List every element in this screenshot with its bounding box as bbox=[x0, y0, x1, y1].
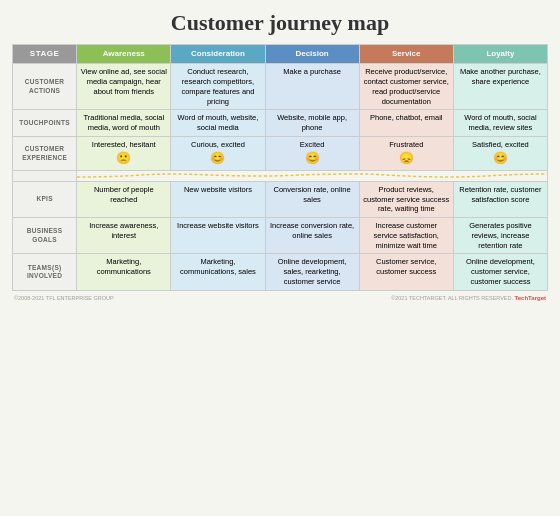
decision-emoji: 😊 bbox=[269, 151, 356, 167]
ca-decision: Make a purchase bbox=[265, 64, 359, 110]
bg-consideration: Increase website visitors bbox=[171, 218, 265, 254]
kpis-label: KPIS bbox=[13, 181, 77, 217]
teams-row: TEAMS(S) INVOLVED Marketing, communicati… bbox=[13, 254, 548, 290]
cx-decision: Excited 😊 bbox=[265, 136, 359, 170]
bg-service: Increase customer service satisfaction, … bbox=[359, 218, 453, 254]
cx-service: Frustrated 😞 bbox=[359, 136, 453, 170]
cx-service-text: Frustrated bbox=[389, 140, 423, 149]
teams-consideration: Marketing, communications, sales bbox=[171, 254, 265, 290]
service-emoji: 😞 bbox=[363, 151, 450, 167]
bg-label: BUSINESS GOALS bbox=[13, 218, 77, 254]
cx-consideration-text: Curious, excited bbox=[191, 140, 245, 149]
tp-awareness: Traditional media, social media, word of… bbox=[77, 110, 171, 137]
loyalty-emoji: 😊 bbox=[457, 151, 544, 167]
footer-copyright: ©2021 TECHTARGET. ALL RIGHTS RESERVED. bbox=[391, 295, 513, 301]
table-wrapper: STAGE Awareness Consideration Decision S… bbox=[12, 44, 548, 291]
journey-line-svg bbox=[77, 173, 547, 178]
cx-awareness-text: Interested, hesitant bbox=[92, 140, 156, 149]
bg-loyalty: Generates positive reviews, increase ret… bbox=[453, 218, 547, 254]
stage-header: STAGE bbox=[13, 45, 77, 64]
footer-right: ©2021 TECHTARGET. ALL RIGHTS RESERVED. T… bbox=[391, 295, 546, 301]
kpis-service: Product reviews, customer service succes… bbox=[359, 181, 453, 217]
consideration-emoji: 😊 bbox=[174, 151, 261, 167]
kpis-loyalty: Retention rate, customer satisfaction sc… bbox=[453, 181, 547, 217]
cx-loyalty: Satisfied, excited 😊 bbox=[453, 136, 547, 170]
journey-line-cells bbox=[77, 171, 548, 182]
bg-awareness: Increase awareness, interest bbox=[77, 218, 171, 254]
bg-decision: Increase conversion rate, online sales bbox=[265, 218, 359, 254]
journey-map-table: STAGE Awareness Consideration Decision S… bbox=[12, 44, 548, 291]
header-row: STAGE Awareness Consideration Decision S… bbox=[13, 45, 548, 64]
touchpoints-row: TOUCHPOINTS Traditional media, social me… bbox=[13, 110, 548, 137]
teams-decision: Online development, sales, rearketing, c… bbox=[265, 254, 359, 290]
teams-awareness: Marketing, communications bbox=[77, 254, 171, 290]
ca-loyalty: Make another purchase, share experience bbox=[453, 64, 547, 110]
journey-line-row bbox=[13, 171, 548, 182]
touchpoints-label: TOUCHPOINTS bbox=[13, 110, 77, 137]
tp-service: Phone, chatbot, email bbox=[359, 110, 453, 137]
kpis-consideration: New website visitors bbox=[171, 181, 265, 217]
ca-consideration: Conduct research, research competitors, … bbox=[171, 64, 265, 110]
consideration-header: Consideration bbox=[171, 45, 265, 64]
kpis-awareness: Number of people reached bbox=[77, 181, 171, 217]
awareness-emoji: 🙁 bbox=[80, 151, 167, 167]
loyalty-header: Loyalty bbox=[453, 45, 547, 64]
journey-line-stage bbox=[13, 171, 77, 182]
awareness-header: Awareness bbox=[77, 45, 171, 64]
ca-awareness: View online ad, see social media campaig… bbox=[77, 64, 171, 110]
ca-service: Receive product/service, contact custome… bbox=[359, 64, 453, 110]
footer-left: ©2008-2021 TFL ENTERPRISE GROUP bbox=[14, 295, 114, 301]
tp-decision: Website, mobile app, phone bbox=[265, 110, 359, 137]
cx-decision-text: Excited bbox=[300, 140, 325, 149]
customer-experience-row: CUSTOMER EXPERIENCE Interested, hesitant… bbox=[13, 136, 548, 170]
teams-label: TEAMS(S) INVOLVED bbox=[13, 254, 77, 290]
cx-awareness: Interested, hesitant 🙁 bbox=[77, 136, 171, 170]
kpis-row: KPIS Number of people reached New websit… bbox=[13, 181, 548, 217]
decision-header: Decision bbox=[265, 45, 359, 64]
service-header: Service bbox=[359, 45, 453, 64]
customer-actions-row: CUSTOMER ACTIONS View online ad, see soc… bbox=[13, 64, 548, 110]
main-container: Customer journey map STAGE Awareness Con… bbox=[0, 0, 560, 307]
customer-actions-label: CUSTOMER ACTIONS bbox=[13, 64, 77, 110]
teams-service: Customer service, customer success bbox=[359, 254, 453, 290]
teams-loyalty: Online development, customer service, cu… bbox=[453, 254, 547, 290]
footer-bar: ©2008-2021 TFL ENTERPRISE GROUP ©2021 TE… bbox=[12, 295, 548, 301]
cx-loyalty-text: Satisfied, excited bbox=[472, 140, 529, 149]
techtarget-logo: TechTarget bbox=[515, 295, 546, 301]
cx-consideration: Curious, excited 😊 bbox=[171, 136, 265, 170]
cx-label: CUSTOMER EXPERIENCE bbox=[13, 136, 77, 170]
kpis-decision: Conversion rate, online sales bbox=[265, 181, 359, 217]
tp-loyalty: Word of mouth, social media, review site… bbox=[453, 110, 547, 137]
tp-consideration: Word of mouth, website, social media bbox=[171, 110, 265, 137]
business-goals-row: BUSINESS GOALS Increase awareness, inter… bbox=[13, 218, 548, 254]
page-title: Customer journey map bbox=[12, 10, 548, 36]
